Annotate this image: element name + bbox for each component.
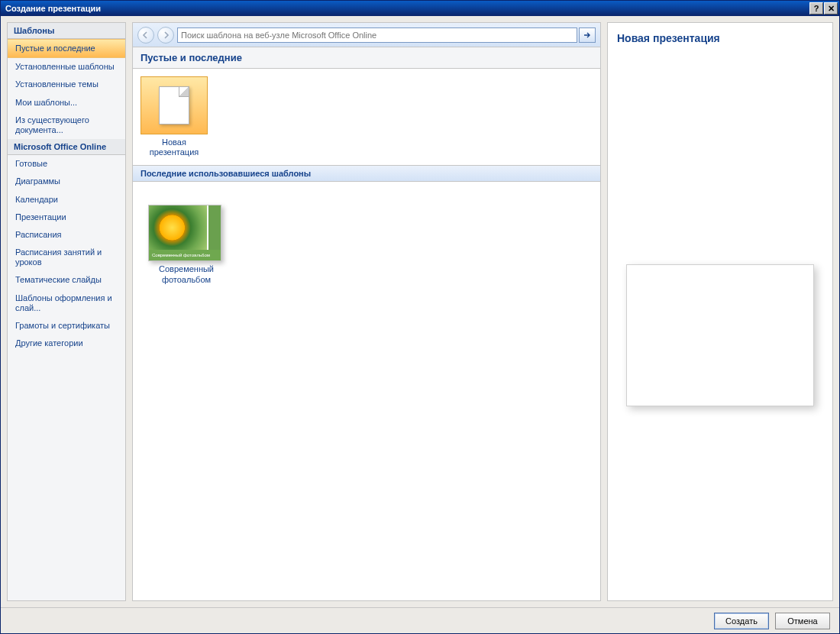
cancel-button[interactable]: Отмена [775, 613, 830, 629]
sidebar-item-blank-recent[interactable]: Пустые и последние [8, 39, 125, 58]
sidebar-item-schedules[interactable]: Расписания [8, 226, 125, 244]
recent-templates-area: Современный фотоальбом Современный фотоа… [133, 182, 600, 307]
tile-thumb [141, 76, 208, 134]
sidebar: Шаблоны Пустые и последние Установленные… [7, 22, 126, 601]
subsection-title: Последние использовавшиеся шаблоны [133, 165, 600, 182]
sidebar-item-calendars[interactable]: Календари [8, 191, 125, 209]
toolbar [133, 23, 600, 47]
template-tile-modern-photoalbum[interactable]: Современный фотоальбом Современный фотоа… [148, 205, 225, 284]
template-thumb: Современный фотоальбом [148, 205, 221, 261]
sidebar-item-theme-slides[interactable]: Тематические слайды [8, 271, 125, 289]
dialog-body: Шаблоны Пустые и последние Установленные… [1, 16, 839, 607]
arrow-right-icon [161, 31, 170, 40]
back-button[interactable] [137, 27, 154, 44]
main-panel: Пустые и последние Новая презентация Пос… [132, 22, 601, 601]
tile-label: Новая презентация [141, 137, 208, 157]
sidebar-item-presentations[interactable]: Презентации [8, 209, 125, 226]
arrow-left-icon [141, 31, 150, 40]
sidebar-item-design-templates[interactable]: Шаблоны оформления и слай... [8, 290, 125, 317]
help-button[interactable]: ? [809, 2, 823, 15]
tile-new-presentation[interactable]: Новая презентация [141, 76, 208, 157]
sidebar-header-office-online: Microsoft Office Online [8, 139, 125, 155]
search-go-button[interactable] [579, 27, 596, 43]
sidebar-item-certificates[interactable]: Грамоты и сертификаты [8, 317, 125, 335]
arrow-right-icon [583, 31, 592, 40]
footer: Создать Отмена [1, 607, 839, 633]
forward-button[interactable] [157, 27, 174, 44]
search-wrap [177, 27, 596, 43]
titlebar: Создание презентации ? ✕ [1, 1, 839, 16]
search-input[interactable] [177, 27, 577, 43]
template-thumb-caption: Современный фотоальбом [149, 250, 221, 260]
sunflower-icon [149, 205, 221, 250]
sidebar-item-from-existing[interactable]: Из существующего документа... [8, 112, 125, 139]
preview-title: Новая презентация [617, 32, 823, 44]
content-area: Новая презентация [133, 69, 600, 165]
sidebar-item-other-categories[interactable]: Другие категории [8, 335, 125, 352]
window-title: Создание презентации [5, 4, 809, 13]
sidebar-item-lesson-schedules[interactable]: Расписания занятий и уроков [8, 244, 125, 271]
template-label: Современный фотоальбом [148, 264, 225, 284]
sidebar-item-installed-templates[interactable]: Установленные шаблоны [8, 58, 125, 76]
dialog-window: Создание презентации ? ✕ Шаблоны Пустые … [0, 0, 840, 634]
sidebar-header-templates: Шаблоны [8, 23, 125, 39]
document-icon [159, 86, 189, 125]
preview-panel: Новая презентация [607, 22, 833, 601]
preview-slide [626, 264, 814, 406]
sidebar-item-my-templates[interactable]: Мои шаблоны... [8, 94, 125, 112]
sidebar-item-diagrams[interactable]: Диаграммы [8, 173, 125, 190]
close-button[interactable]: ✕ [824, 2, 838, 15]
section-title: Пустые и последние [133, 47, 600, 69]
sidebar-item-featured[interactable]: Готовые [8, 155, 125, 173]
create-button[interactable]: Создать [714, 613, 769, 629]
sidebar-item-installed-themes[interactable]: Установленные темы [8, 76, 125, 93]
